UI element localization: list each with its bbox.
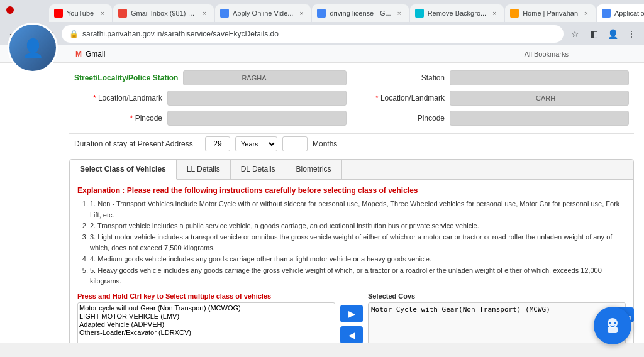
tab-gmail-close[interactable]: × bbox=[200, 9, 209, 18]
class-tabs: Select Class of Vehicles LL Details DL D… bbox=[69, 159, 634, 343]
chatbot-button[interactable] bbox=[594, 307, 631, 344]
station-row: Station bbox=[352, 68, 634, 88]
selected-vehicles-textarea[interactable]: Motor Cycle with Gear(Non Transport) (MC… bbox=[368, 302, 626, 343]
pincode-right-row: Pincode bbox=[352, 108, 634, 128]
window-close-dot[interactable] bbox=[6, 6, 14, 14]
available-vehicles-select[interactable]: Motor cycle without Gear (Non Transport)… bbox=[77, 302, 335, 343]
vehicle-option-adpveh: Adapted Vehicle (ADPVEH) bbox=[79, 321, 333, 329]
tab-gmail-label: Gmail Inbox (981) - cha... bbox=[131, 9, 196, 17]
transfer-buttons: ▶ ◀ bbox=[340, 292, 363, 343]
duration-years-input[interactable] bbox=[205, 136, 230, 151]
form-right: Station Location/Landmark Pincode bbox=[352, 68, 634, 128]
add-vehicle-button[interactable]: ▶ bbox=[340, 305, 363, 322]
gmail-icon: M bbox=[75, 50, 82, 58]
tab-ll-details[interactable]: LL Details bbox=[177, 160, 231, 179]
chatbot-icon bbox=[602, 316, 623, 336]
tab-biometrics[interactable]: Biometrics bbox=[286, 160, 342, 179]
tab-driving[interactable]: driving license - G... × bbox=[312, 4, 408, 22]
tab-application-label: Application For N... bbox=[614, 9, 644, 17]
address-bar-row: ← → ↻ 🔒 sarathi.parivahan.gov.in/sarathi… bbox=[0, 23, 644, 45]
extensions-button[interactable]: ◧ bbox=[586, 26, 601, 41]
vehicle-left: Press and Hold Ctrl key to Select multip… bbox=[77, 292, 335, 343]
explanation-header: Explanation : Please read the following … bbox=[77, 186, 626, 195]
station-label: Station bbox=[357, 74, 445, 82]
street-label: Street/Locality/Police Station bbox=[74, 74, 178, 82]
tab-driving-label: driving license - G... bbox=[330, 9, 391, 17]
instruction-3: 3. Light motor vehicle includes a transp… bbox=[90, 232, 626, 254]
browser-chrome: 👤 YouTube × Gmail Inbox (981) - cha... ×… bbox=[0, 0, 644, 63]
tab-remove-label: Remove Backgro... bbox=[428, 9, 487, 17]
vehicle-option-mcwog: Motor cycle without Gear (Non Transport)… bbox=[79, 304, 333, 312]
duration-row: Duration of stay at Present Address Year… bbox=[69, 134, 634, 154]
street-input[interactable] bbox=[183, 70, 347, 85]
location-label: Location/Landmark bbox=[74, 94, 162, 102]
vehicle-option-lmv: LIGHT MOTOR VEHICLE (LMV) bbox=[79, 312, 333, 321]
instruction-4: 4. Medium goods vehicle includes any goo… bbox=[90, 254, 626, 265]
home-favicon bbox=[510, 9, 519, 18]
pincode-right-input[interactable] bbox=[450, 111, 629, 126]
tab-apply[interactable]: Apply Online Vide... × bbox=[215, 4, 311, 22]
pincode-right-label: Pincode bbox=[357, 114, 445, 123]
location-right-input[interactable] bbox=[450, 91, 629, 106]
duration-months-input[interactable] bbox=[282, 136, 308, 151]
tab-dl-details[interactable]: DL Details bbox=[231, 160, 286, 179]
menu-button[interactable]: ⋮ bbox=[624, 26, 639, 41]
url-text: sarathi.parivahan.gov.in/sarathiservice/… bbox=[82, 30, 279, 38]
bookmark-button[interactable]: ☆ bbox=[567, 26, 582, 41]
tab-youtube[interactable]: YouTube × bbox=[49, 4, 112, 22]
gmail-bar: M Gmail All Bookmarks bbox=[0, 45, 644, 63]
apply-favicon bbox=[220, 9, 229, 18]
address-form: Street/Locality/Police Station Location/… bbox=[69, 63, 634, 134]
application-favicon bbox=[602, 9, 611, 18]
gmail-favicon bbox=[118, 9, 127, 18]
vehicle-right: Selected Covs Motor Cycle with Gear(Non … bbox=[368, 292, 626, 343]
tab-youtube-close[interactable]: × bbox=[98, 9, 107, 18]
tab-driving-close[interactable]: × bbox=[395, 9, 404, 18]
tab-remove-close[interactable]: × bbox=[490, 9, 499, 18]
gmail-label: Gmail bbox=[86, 50, 105, 58]
remove-vehicle-button[interactable]: ◀ bbox=[340, 326, 363, 343]
station-input[interactable] bbox=[450, 70, 629, 85]
tab-select-class[interactable]: Select Class of Vehicles bbox=[70, 160, 177, 180]
tab-home[interactable]: Home | Parivahan × bbox=[505, 4, 596, 22]
location-right-label: Location/Landmark bbox=[357, 94, 445, 102]
tabs-header: Select Class of Vehicles LL Details DL D… bbox=[70, 160, 633, 180]
pincode-row: Pincode bbox=[69, 108, 352, 128]
avatar-image: 👤 bbox=[9, 25, 56, 71]
pincode-label: Pincode bbox=[74, 114, 162, 123]
vehicle-option-ldrxcv: Others-Loader/Excavator (LDRXCV) bbox=[79, 329, 333, 337]
svg-point-2 bbox=[609, 322, 611, 324]
duration-period-select[interactable]: Years Months bbox=[235, 136, 277, 151]
tab-apply-label: Apply Online Vide... bbox=[233, 9, 293, 17]
instruction-1: 1. Non - Transport Vehicles include Moto… bbox=[90, 199, 626, 221]
tab-bar: 👤 YouTube × Gmail Inbox (981) - cha... ×… bbox=[0, 0, 644, 23]
page-content: Street/Locality/Police Station Location/… bbox=[0, 63, 644, 343]
tab-apply-close[interactable]: × bbox=[297, 9, 306, 18]
instruction-2: 2. Transport vehicle includes a public s… bbox=[90, 221, 626, 232]
location-input[interactable] bbox=[167, 91, 347, 106]
avatar: 👤 bbox=[8, 23, 58, 73]
vehicle-left-label: Press and Hold Ctrl key to Select multip… bbox=[77, 292, 335, 300]
pincode-input[interactable] bbox=[167, 111, 347, 126]
street-row: Street/Locality/Police Station bbox=[69, 68, 352, 88]
tab-home-close[interactable]: × bbox=[582, 9, 591, 18]
tab-application[interactable]: Application For N... × bbox=[597, 4, 644, 22]
all-bookmarks: All Bookmarks bbox=[525, 50, 569, 58]
vehicle-selection: Press and Hold Ctrl key to Select multip… bbox=[77, 292, 626, 343]
months-label: Months bbox=[313, 140, 337, 148]
driving-favicon bbox=[317, 9, 326, 18]
youtube-favicon bbox=[54, 9, 63, 18]
tab-gmail[interactable]: Gmail Inbox (981) - cha... × bbox=[113, 4, 214, 22]
tab-remove[interactable]: Remove Backgro... × bbox=[410, 4, 504, 22]
address-bar[interactable]: 🔒 sarathi.parivahan.gov.in/sarathiservic… bbox=[62, 25, 564, 43]
remove-favicon bbox=[415, 9, 424, 18]
form-left: Street/Locality/Police Station Location/… bbox=[69, 68, 352, 128]
location-right-row: Location/Landmark bbox=[352, 88, 634, 108]
profile-button[interactable]: 👤 bbox=[605, 26, 620, 41]
duration-label: Duration of stay at Present Address bbox=[74, 140, 200, 148]
svg-rect-1 bbox=[608, 327, 618, 333]
svg-point-3 bbox=[614, 322, 616, 324]
instruction-list: 1. Non - Transport Vehicles include Moto… bbox=[77, 199, 626, 287]
instruction-5: 5. Heavy goods vehicle includes any good… bbox=[90, 265, 626, 287]
tab-youtube-label: YouTube bbox=[67, 9, 94, 17]
